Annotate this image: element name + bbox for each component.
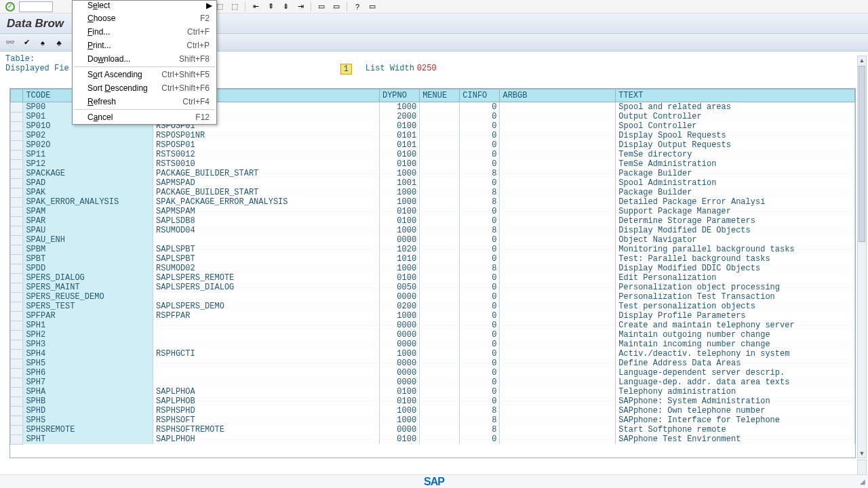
enter-icon[interactable] xyxy=(4,1,16,12)
row-selector[interactable] xyxy=(11,273,23,283)
row-selector[interactable] xyxy=(11,112,23,121)
table-row[interactable]: SPAU_ENH00000Object Navigator xyxy=(11,235,855,245)
menu-item[interactable]: Find...Ctrl+F xyxy=(73,25,216,39)
tool-icon-6[interactable]: ⇥ xyxy=(294,1,307,12)
row-selector[interactable] xyxy=(11,102,23,113)
table-row[interactable]: SPERS_TESTSAPLSPERS_DEMO02000Test person… xyxy=(11,302,855,311)
row-selector[interactable] xyxy=(11,235,23,245)
table-row[interactable]: SP02RSPOSP01NR01010Display Spool Request… xyxy=(11,131,855,140)
tool-icon-8[interactable]: ▭ xyxy=(330,1,342,12)
table-row[interactable]: SPADSAPMSPAD10010Spool Administration xyxy=(11,178,855,188)
menu-item[interactable]: Select▶ xyxy=(73,1,216,12)
row-selector[interactable] xyxy=(11,178,23,188)
row-selector[interactable] xyxy=(11,197,23,207)
table-row[interactable]: SPH700000Language-dep. addr. data area t… xyxy=(11,378,855,387)
row-selector[interactable] xyxy=(11,378,23,387)
table-row[interactable]: SPH100000Create and maintain telephony s… xyxy=(11,321,855,330)
row-selector[interactable] xyxy=(11,283,23,292)
check-icon[interactable]: ✔ xyxy=(20,37,33,48)
col-selector[interactable] xyxy=(11,89,23,102)
row-selector[interactable] xyxy=(11,330,23,340)
row-selector[interactable] xyxy=(11,254,23,264)
table-row[interactable]: SPHTSAPLPHOH01000SAPphone Test Environme… xyxy=(11,434,855,444)
table-row[interactable]: SPHASAPLPHOA01000Telephony administratio… xyxy=(11,387,855,396)
row-selector[interactable] xyxy=(11,169,23,178)
sort-desc-icon[interactable]: ♣ xyxy=(53,37,65,48)
tool-icon-5[interactable]: ⇟ xyxy=(279,1,292,12)
col-menue[interactable]: MENUE xyxy=(420,89,460,102)
row-selector[interactable] xyxy=(11,321,23,330)
table-row[interactable]: SPERS_DIALOGSAPLSPERS_REMOTE01000Edit Pe… xyxy=(11,273,855,283)
row-selector[interactable] xyxy=(11,216,23,226)
table-row[interactable]: SPACKAGEPACKAGE_BUILDER_START10008Packag… xyxy=(11,169,855,178)
col-arbgb[interactable]: ARBGB xyxy=(500,89,616,102)
table-row[interactable]: SPFPARRSPFPAR10000Display Profile Parame… xyxy=(11,311,855,321)
table-row[interactable]: SP02ORSPOSP0101010Display Output Request… xyxy=(11,140,855,150)
table-row[interactable]: SPDDRSUMOD0210008Display Modified DDIC O… xyxy=(11,264,855,273)
sort-asc-icon[interactable]: ♠ xyxy=(37,37,49,48)
row-selector[interactable] xyxy=(11,387,23,396)
row-selector[interactable] xyxy=(11,159,23,169)
row-selector[interactable] xyxy=(11,188,23,197)
row-selector[interactable] xyxy=(11,425,23,434)
table-row[interactable]: SP12RSTS001001000TemSe Administration xyxy=(11,159,855,169)
row-selector[interactable] xyxy=(11,340,23,349)
row-selector[interactable] xyxy=(11,396,23,406)
row-selector[interactable] xyxy=(11,245,23,254)
tool-icon-3[interactable]: ⇤ xyxy=(250,1,262,12)
menu-item[interactable]: Print...Ctrl+P xyxy=(73,39,216,52)
tool-icon-7[interactable]: ▭ xyxy=(315,1,328,12)
command-input[interactable] xyxy=(19,1,53,12)
menu-item[interactable]: Sort DescendingCtrl+Shift+F6 xyxy=(73,81,216,95)
row-selector[interactable] xyxy=(11,207,23,216)
table-row[interactable]: SPH4RSPHGCTI10000Activ./deactiv. telepho… xyxy=(11,349,855,359)
table-row[interactable]: SPHDRSPHSPHD10008SAPphone: Own telephone… xyxy=(11,406,855,415)
table-row[interactable]: SPBTSAPLSPBT10100Test: Parallel backgrou… xyxy=(11,254,855,264)
menu-item[interactable]: CancelF12 xyxy=(73,110,216,124)
table-row[interactable]: SPERS_REUSE_DEMO00000Personalization Tes… xyxy=(11,292,855,302)
scroll-down-button[interactable]: ▼ xyxy=(858,449,866,458)
scroll-thumb[interactable] xyxy=(859,66,865,242)
row-selector[interactable] xyxy=(11,140,23,150)
col-cinfo[interactable]: CINFO xyxy=(460,89,500,102)
vertical-scrollbar[interactable]: ▲ ▼ xyxy=(857,56,867,458)
table-row[interactable]: SPHBSAPLPHOB01000SAPphone: System Admini… xyxy=(11,396,855,406)
tool-icon-4[interactable]: ⇞ xyxy=(264,1,277,12)
table-row[interactable]: SPERS_MAINTSAPLSPERS_DIALOG00500Personal… xyxy=(11,283,855,292)
scroll-up-button[interactable]: ▲ xyxy=(858,56,866,64)
table-row[interactable]: SPAMSAPMSPAM01000Support Package Manager xyxy=(11,207,855,216)
table-row[interactable]: SPARSAPLSDB801000Determine Storage Param… xyxy=(11,216,855,226)
table-row[interactable]: SPH600000Language-dependent server descr… xyxy=(11,368,855,378)
tool-icon-2[interactable]: ⬚ xyxy=(229,1,241,12)
row-selector[interactable] xyxy=(11,311,23,321)
table-row[interactable]: SPAKPACKAGE_BUILDER_START10008Package Bu… xyxy=(11,188,855,197)
row-selector[interactable] xyxy=(11,292,23,302)
col-dypno[interactable]: DYPNO xyxy=(379,89,419,102)
row-selector[interactable] xyxy=(11,415,23,425)
menu-item[interactable]: Sort AscendingCtrl+Shift+F5 xyxy=(73,68,216,81)
table-row[interactable]: SPH500000Define Address Data Areas xyxy=(11,359,855,368)
row-selector[interactable] xyxy=(11,368,23,378)
col-ttext[interactable]: TTEXT xyxy=(616,89,855,102)
row-selector[interactable] xyxy=(11,150,23,159)
row-selector[interactable] xyxy=(11,121,23,131)
row-selector[interactable] xyxy=(11,264,23,273)
row-selector[interactable] xyxy=(11,349,23,359)
table-row[interactable]: SPAURSUMOD0410008Display Modified DE Obj… xyxy=(11,226,855,235)
row-selector[interactable] xyxy=(11,434,23,444)
row-selector[interactable] xyxy=(11,406,23,415)
row-selector[interactable] xyxy=(11,131,23,140)
row-selector[interactable] xyxy=(11,226,23,235)
menu-item[interactable]: RefreshCtrl+F4 xyxy=(73,95,216,108)
glasses-icon[interactable]: 👓 xyxy=(4,37,16,48)
help-icon[interactable]: ? xyxy=(351,1,363,12)
menu-item[interactable]: Download...Shift+F8 xyxy=(73,52,216,66)
table-row[interactable]: SPHSREMOTERSPHSOFTREMOTE00008Start Softp… xyxy=(11,425,855,434)
menu-item[interactable]: ChooseF2 xyxy=(73,12,216,25)
tool-icon-9[interactable]: ▭ xyxy=(366,1,378,12)
table-row[interactable]: SPH200000Maintain outgoing number change xyxy=(11,330,855,340)
vertical-scrollbar-2[interactable] xyxy=(857,460,867,476)
table-row[interactable]: SPAK_ERROR_ANALYSISSPAK_PACKAGE_ERROR_AN… xyxy=(11,197,855,207)
row-selector[interactable] xyxy=(11,302,23,311)
table-row[interactable]: SPHSRSPHSOFT10008SAPphone: Interface for… xyxy=(11,415,855,425)
